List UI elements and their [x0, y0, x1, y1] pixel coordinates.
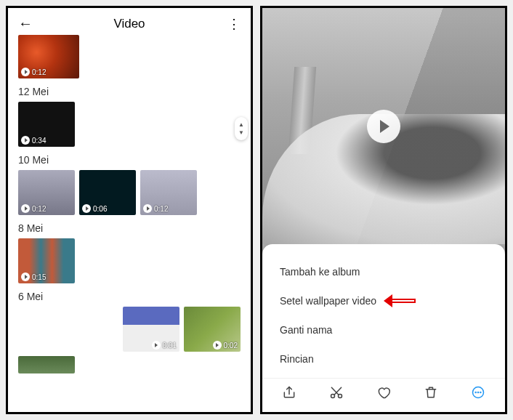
gallery: 0:12 12 Mei 0:34 10 Mei 0:12 0:06 0:12 8… — [8, 39, 251, 384]
video-thumb[interactable] — [18, 356, 75, 373]
video-thumb[interactable]: 0:02 — [184, 307, 241, 352]
sheet-add-to-album[interactable]: Tambah ke album — [280, 257, 488, 286]
trash-icon[interactable] — [423, 384, 439, 400]
more-icon[interactable] — [470, 384, 486, 400]
date-label: 8 Mei — [18, 222, 241, 234]
video-thumb[interactable]: 0:12 — [140, 170, 197, 215]
gallery-screen: ← Video ⋮ 0:12 12 Mei 0:34 10 Mei 0:12 0… — [6, 6, 253, 414]
date-label: 10 Mei — [18, 154, 241, 166]
cut-icon[interactable] — [328, 384, 344, 400]
sheet-rename[interactable]: Ganti nama — [280, 315, 488, 344]
video-thumb[interactable]: 0:12 — [18, 35, 79, 78]
video-thumb[interactable]: 0:06 — [79, 170, 136, 215]
video-preview[interactable] — [262, 8, 505, 244]
sheet-set-video-wallpaper[interactable]: Setel wallpaper video — [280, 286, 488, 315]
sheet-details[interactable]: Rincian — [280, 344, 488, 373]
back-button[interactable]: ← — [18, 15, 33, 32]
menu-button[interactable]: ⋮ — [227, 16, 241, 32]
page-title: Video — [113, 17, 145, 31]
video-thumb[interactable]: 0:01 — [123, 307, 179, 352]
video-thumb[interactable]: 0:34 — [18, 102, 75, 147]
date-label: 12 Mei — [18, 86, 241, 97]
play-button[interactable] — [367, 110, 400, 143]
action-sheet: Tambah ke album Setel wallpaper video Ga… — [262, 244, 505, 412]
svg-point-5 — [480, 392, 481, 393]
svg-point-4 — [478, 392, 479, 393]
scroll-handle[interactable]: ▲▼ — [235, 117, 248, 140]
video-thumb[interactable]: 0:15 — [18, 238, 75, 283]
share-icon[interactable] — [281, 384, 297, 400]
viewer-screen: Tambah ke album Setel wallpaper video Ga… — [260, 6, 507, 414]
date-label: 6 Mei — [18, 291, 241, 302]
bottom-toolbar — [262, 378, 505, 408]
annotation-arrow — [384, 296, 416, 306]
svg-point-3 — [476, 392, 477, 393]
heart-icon[interactable] — [376, 384, 392, 400]
video-thumb[interactable]: 0:12 — [18, 170, 75, 215]
